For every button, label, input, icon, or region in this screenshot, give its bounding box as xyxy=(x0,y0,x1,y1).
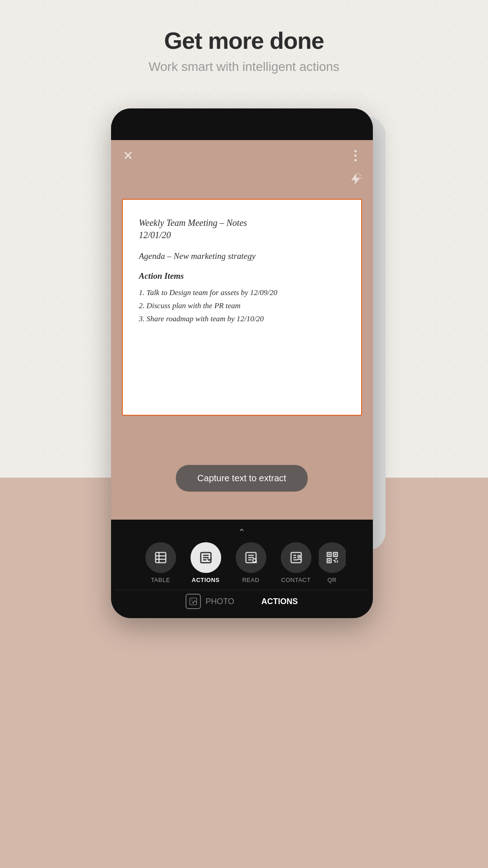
doc-item-2: 2. Discuss plan with the PR team xyxy=(139,300,345,313)
qr-icon-circle xyxy=(319,542,346,573)
svg-line-17 xyxy=(256,562,256,563)
menu-button[interactable] xyxy=(346,145,366,165)
phone-topbar xyxy=(111,108,373,140)
svg-rect-28 xyxy=(328,560,330,562)
svg-rect-27 xyxy=(335,554,336,555)
doc-action-title: Action Items xyxy=(139,271,345,281)
phone-body: ✕ Weekly Team xyxy=(111,108,373,618)
close-icon: ✕ xyxy=(123,148,133,163)
document-content: Weekly Team Meeting – Notes 12/01/20 Age… xyxy=(139,218,345,326)
image-icon xyxy=(189,597,198,606)
svg-point-35 xyxy=(191,600,193,601)
page-subtitle: Work smart with intelligent actions xyxy=(0,60,488,74)
phone-notch xyxy=(210,118,274,131)
three-dots-icon xyxy=(354,150,357,161)
bottom-tabs: PHOTO ACTIONS xyxy=(116,590,368,609)
svg-line-1 xyxy=(358,173,358,174)
contact-icon xyxy=(289,551,303,564)
doc-title: Weekly Team Meeting – Notes xyxy=(139,218,345,228)
read-icon-circle xyxy=(236,542,266,573)
page-title: Get more done xyxy=(0,27,488,54)
actions-icon-circle xyxy=(191,542,221,573)
camera-top-controls: ✕ xyxy=(118,145,366,165)
close-button[interactable]: ✕ xyxy=(118,145,138,165)
flash-icon xyxy=(349,173,362,185)
actions-tab-label: ACTIONS xyxy=(261,597,298,606)
photo-tab-icon xyxy=(186,594,201,609)
qr-label: QR xyxy=(327,577,337,583)
chevron-up-icon: ⌃ xyxy=(116,527,368,538)
mode-table[interactable]: TABLE xyxy=(138,542,183,583)
actions-label: ACTIONS xyxy=(192,577,220,583)
tab-photo[interactable]: PHOTO xyxy=(186,594,234,609)
read-label: READ xyxy=(242,577,259,583)
mode-contact[interactable]: CONTACT xyxy=(274,542,319,583)
svg-rect-26 xyxy=(328,554,330,555)
phone-mockup: ✕ Weekly Team xyxy=(111,108,377,618)
document-capture-box: Weekly Team Meeting – Notes 12/01/20 Age… xyxy=(122,199,362,416)
contact-label: CONTACT xyxy=(281,577,311,583)
doc-item-3: 3. Share roadmap with team by 12/10/20 xyxy=(139,313,345,326)
mode-icons-row: TABLE ACTIONS xyxy=(116,542,368,583)
table-label: TABLE xyxy=(151,577,170,583)
header: Get more done Work smart with intelligen… xyxy=(0,27,488,74)
flash-button[interactable] xyxy=(346,169,366,189)
qr-icon xyxy=(325,551,339,564)
mode-read[interactable]: READ xyxy=(228,542,274,583)
phone-bottom-bar: ⌃ TABLE xyxy=(111,520,373,618)
table-icon-circle xyxy=(145,542,176,573)
doc-date: 12/01/20 xyxy=(139,230,345,240)
capture-button[interactable]: Capture text to extract xyxy=(176,465,308,492)
doc-agenda: Agenda – New marketing strategy xyxy=(139,251,345,261)
mode-qr[interactable]: QR xyxy=(319,542,346,583)
doc-item-1: 1. Talk to Design team for assets by 12/… xyxy=(139,286,345,300)
table-icon xyxy=(154,551,167,564)
actions-icon xyxy=(199,551,213,564)
svg-point-22 xyxy=(297,555,300,558)
svg-rect-4 xyxy=(155,553,166,563)
svg-marker-0 xyxy=(351,174,360,184)
contact-icon-circle xyxy=(281,542,311,573)
tab-actions[interactable]: ACTIONS xyxy=(261,594,298,609)
mode-actions[interactable]: ACTIONS xyxy=(183,542,228,583)
read-icon xyxy=(244,551,258,564)
photo-tab-label: PHOTO xyxy=(205,597,234,606)
camera-viewfinder: ✕ Weekly Team xyxy=(111,140,373,520)
svg-line-2 xyxy=(360,175,361,176)
